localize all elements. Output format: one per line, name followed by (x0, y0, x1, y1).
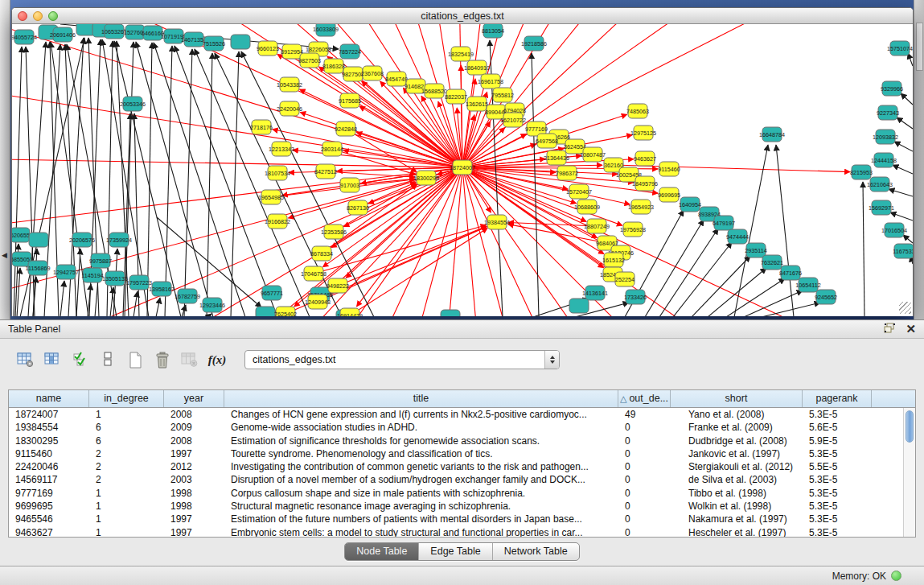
network-node[interactable]: 9227343 (877, 105, 899, 120)
tab-node-table[interactable]: Node Table (345, 543, 419, 560)
network-node[interactable]: 18724007 (450, 160, 475, 175)
tab-network-table[interactable]: Network Table (493, 543, 579, 560)
cell-title[interactable]: Investigating the contribution of common… (224, 460, 618, 473)
cell-out_de[interactable]: 0 (618, 460, 671, 473)
table-row[interactable]: 969969511998Structural magnetic resonanc… (9, 500, 903, 513)
network-node[interactable]: 18807249 (584, 219, 610, 233)
network-node[interactable]: 1733426 (624, 290, 647, 304)
network-node[interactable]: 22420046 (277, 101, 302, 116)
network-node[interactable]: 17046758 (301, 266, 326, 281)
cell-short[interactable]: Tibbo et al. (1998) (671, 487, 803, 500)
network-node[interactable]: 18495796 (632, 176, 658, 191)
cell-year[interactable]: 1998 (164, 500, 224, 513)
scrollbar-thumb[interactable] (906, 410, 914, 443)
column-header-short[interactable]: short (671, 390, 803, 407)
cell-short[interactable]: Hescheler et al. (1997) (671, 526, 803, 537)
network-node[interactable] (256, 307, 275, 316)
cell-name[interactable]: 22420046 (9, 460, 89, 473)
column-header-pagerank[interactable]: pagerank (803, 390, 872, 407)
network-node[interactable]: 2803144 (321, 142, 343, 156)
network-node[interactable]: 8822037 (445, 89, 467, 104)
cell-out_de[interactable]: 0 (618, 447, 671, 460)
network-node[interactable]: 9657771 (261, 286, 283, 300)
network-node[interactable]: 16210643 (867, 177, 893, 192)
network-node[interactable]: 8813054 (482, 24, 504, 38)
cell-title[interactable]: Changes of HCN gene expression and I(f) … (224, 408, 618, 421)
cell-title[interactable]: Estimation of the future numbers of pati… (224, 513, 618, 525)
network-node[interactable] (441, 310, 460, 316)
cell-name[interactable]: 9777169 (9, 487, 89, 500)
delete-table-icon[interactable] (151, 349, 174, 370)
table-column-select-icon[interactable] (42, 349, 64, 370)
window-titlebar[interactable]: citations_edges.txt (12, 8, 913, 24)
network-node[interactable]: 7515526 (203, 36, 225, 51)
cell-out_de[interactable]: 0 (618, 500, 671, 513)
network-node[interactable]: 12923446 (199, 298, 225, 312)
network-node[interactable]: 7955812 (491, 88, 514, 102)
network-node[interactable]: 10543382 (277, 77, 302, 92)
network-node[interactable]: 15688520 (421, 84, 447, 98)
network-node[interactable]: 19218586 (521, 36, 547, 51)
cell-out_de[interactable]: 49 (618, 408, 671, 421)
network-node[interactable]: 12093832 (873, 130, 898, 144)
network-node[interactable]: 9245652 (815, 290, 837, 304)
cell-short[interactable]: de Silva et al. (2003) (671, 473, 803, 486)
network-node[interactable]: 18300295 (413, 171, 439, 185)
cell-pagerank[interactable]: 5.6E-5 (803, 421, 872, 434)
network-node[interactable]: 17016504 (881, 223, 907, 237)
cell-in_degree[interactable]: 2 (89, 447, 164, 460)
window-resize-handle[interactable] (899, 302, 911, 314)
network-node[interactable]: 19654985 (258, 190, 284, 204)
table-row[interactable]: 1456911722003Disruption of a novel membe… (9, 473, 903, 486)
cell-in_degree[interactable]: 2 (89, 473, 164, 486)
cell-year[interactable]: 2012 (164, 460, 224, 473)
cell-pagerank[interactable]: 5.3E-5 (803, 447, 872, 460)
network-node[interactable]: 16033809 (313, 24, 339, 36)
cell-pagerank[interactable]: 5.3E-5 (803, 487, 872, 500)
network-node[interactable]: 8215953 (850, 165, 873, 179)
network-node[interactable]: 1615132 (602, 253, 625, 267)
network-node[interactable]: 12353586 (321, 225, 347, 239)
cell-year[interactable]: 1998 (164, 487, 224, 500)
network-node[interactable]: 8471676 (779, 266, 802, 280)
network-node[interactable]: 12213343 (269, 142, 294, 156)
cell-out_de[interactable]: 0 (618, 473, 671, 486)
function-builder-icon[interactable]: f(x) (206, 349, 228, 370)
cell-year[interactable]: 2009 (164, 421, 224, 434)
network-node[interactable]: 1640954 (679, 197, 701, 212)
network-node[interactable]: 20206576 (69, 233, 95, 247)
cell-out_de[interactable]: 0 (618, 435, 671, 447)
cell-year[interactable]: 2003 (164, 473, 224, 486)
network-node[interactable]: 15720407 (566, 184, 592, 199)
cell-short[interactable]: Stergiakouli et al. (2012) (671, 460, 803, 473)
cell-in_degree[interactable]: 6 (89, 421, 164, 434)
table-row[interactable]: 946362711997Embryonic stem cells: a mode… (9, 526, 903, 537)
network-node[interactable]: 7625402 (274, 307, 297, 316)
network-node[interactable]: 8427512 (314, 164, 337, 179)
cell-pagerank[interactable]: 5.3E-5 (803, 473, 872, 486)
network-node[interactable]: 14136141 (582, 286, 608, 300)
network-window[interactable]: citations_edges.txt 94055724206914061065… (11, 7, 914, 316)
cell-short[interactable]: Franke et al. (2009) (671, 421, 803, 434)
cell-short[interactable]: Yano et al. (2008) (671, 408, 803, 421)
cell-year[interactable]: 1997 (164, 513, 224, 525)
network-node[interactable]: 9329966 (881, 81, 903, 96)
network-node[interactable]: 917003 (340, 178, 359, 192)
network-node[interactable] (569, 299, 589, 313)
network-node[interactable]: 10654112 (795, 278, 820, 292)
cell-pagerank[interactable]: 5.3E-5 (803, 526, 872, 537)
cell-in_degree[interactable]: 2 (89, 460, 164, 473)
network-node[interactable]: 7857224 (339, 44, 361, 59)
network-node[interactable]: 19166822 (265, 214, 290, 229)
table-row[interactable]: 911546021997Tourette syndrome. Phenomeno… (9, 447, 903, 460)
network-node[interactable]: 9699695 (658, 187, 680, 202)
select-all-checks-icon[interactable] (69, 349, 92, 370)
network-node[interactable]: 6497568 (536, 134, 558, 148)
network-node[interactable]: 7632621 (761, 255, 783, 270)
cell-short[interactable]: Wolkin et al. (1998) (671, 500, 803, 513)
cell-name[interactable]: 9115460 (9, 447, 89, 460)
network-node[interactable]: 16961758 (478, 74, 503, 89)
cell-year[interactable]: 2008 (164, 435, 224, 447)
network-node[interactable]: 11156869 (26, 261, 51, 275)
cell-year[interactable]: 2008 (164, 408, 224, 421)
